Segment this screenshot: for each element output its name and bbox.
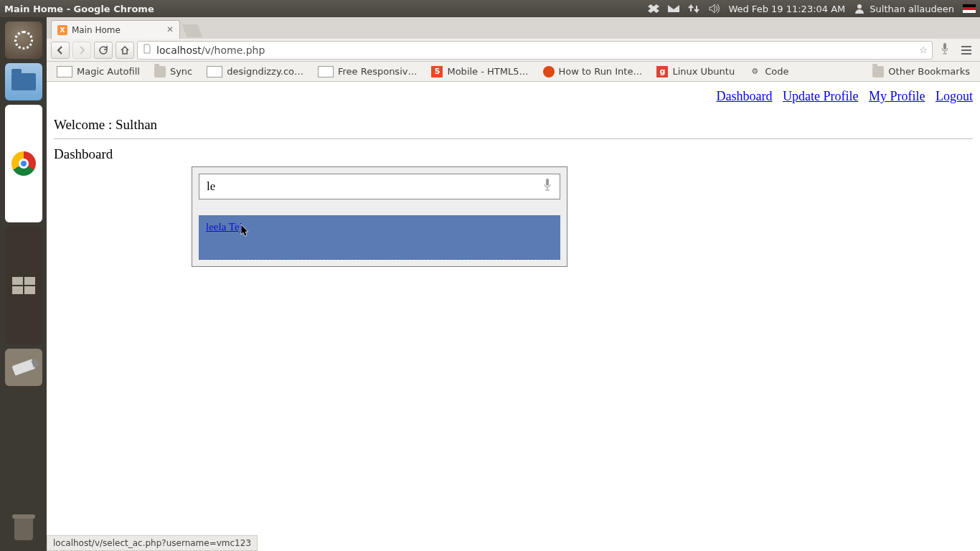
usb-device[interactable] [5,349,42,386]
workspace-switcher[interactable] [5,227,42,344]
back-button[interactable] [51,42,70,59]
folder-icon [872,66,884,77]
address-bar[interactable]: localhost/v/home.php ☆ [137,41,933,60]
network-icon[interactable] [688,3,699,14]
workspace-icon [12,277,35,294]
dropbox-icon[interactable] [648,3,659,14]
bookmark-designdizzy[interactable]: designdizzy.co… [201,64,309,80]
site-info-icon[interactable] [142,44,152,56]
browser-window: X Main Home ✕ localhost/v/home.php ☆ Mag… [47,17,980,551]
keyboard-layout-icon[interactable] [963,4,976,13]
nav-my-profile[interactable]: My Profile [869,89,925,103]
folder-icon [154,66,166,77]
ubuntu-icon [543,66,555,77]
folder-icon [11,73,36,90]
clock[interactable]: Wed Feb 19 11:23:04 AM [728,4,845,14]
section-title: Dashboard [54,146,973,162]
reload-button[interactable] [94,42,113,59]
forward-button[interactable] [72,42,91,59]
other-bookmarks[interactable]: Other Bookmarks [867,64,976,80]
page-icon [207,66,222,77]
bookmark-how-to-run[interactable]: How to Run Inte… [537,64,649,80]
page-nav: Dashboard Update Profile My Profile Logo… [54,89,973,104]
system-top-bar: Main Home - Google Chrome Wed Feb 19 11:… [0,0,980,17]
volume-icon[interactable] [708,3,720,14]
bookmark-mobile-html5[interactable]: 5Mobile - HTML5… [425,64,534,80]
bookmark-magic-autofill[interactable]: Magic Autofill [51,64,146,80]
tab-close-button[interactable]: ✕ [165,24,175,34]
chrome-icon [11,151,36,176]
bookmark-sync[interactable]: Sync [149,64,198,80]
svg-rect-1 [943,43,946,50]
page-icon [57,66,72,77]
search-panel: leela Tej [192,166,567,267]
user-name: Sulthan allaudeen [870,4,954,14]
bookmarks-bar: Magic Autofill Sync designdizzy.co… Free… [47,62,980,82]
page-icon [318,66,334,77]
page-content: Dashboard Update Profile My Profile Logo… [47,82,980,551]
mail-icon[interactable] [668,3,679,14]
search-box[interactable] [199,174,560,199]
ubuntu-icon [14,31,33,50]
browser-tab[interactable]: X Main Home ✕ [51,20,180,39]
unity-launcher [0,17,47,551]
bookmark-code[interactable]: ⚙Code [743,64,794,80]
voice-search-icon[interactable] [936,42,954,57]
autocomplete-results: leela Tej [199,215,560,260]
mic-icon[interactable] [542,178,552,195]
bookmark-free-responsive[interactable]: Free Responsiv… [312,64,423,80]
gear-icon: ⚙ [749,66,760,77]
trash-icon [14,519,33,540]
favicon-icon: X [57,25,67,35]
user-icon [854,3,865,14]
chrome-menu-button[interactable] [957,45,976,55]
autocomplete-item[interactable]: leela Tej [206,221,242,232]
status-bar: localhost/v/select_ac.php?username=vmc12… [47,535,258,551]
user-menu[interactable]: Sulthan allaudeen [854,3,954,14]
svg-rect-2 [546,179,549,186]
status-text: localhost/v/select_ac.php?username=vmc12… [53,538,251,548]
window-title: Main Home - Google Chrome [4,4,154,14]
url-text: localhost/v/home.php [156,44,915,56]
bookmark-linux-ubuntu[interactable]: gLinux Ubuntu [651,64,740,80]
divider [54,138,973,139]
html5-icon: 5 [431,66,443,77]
files-launcher[interactable] [5,63,42,100]
chrome-launcher[interactable] [5,105,42,222]
tab-strip: X Main Home ✕ [47,17,980,39]
svg-point-0 [857,4,862,9]
search-input[interactable] [207,179,542,194]
tab-title: Main Home [72,25,121,35]
nav-update-profile[interactable]: Update Profile [783,89,858,103]
welcome-text: Welcome : Sulthan [54,117,973,133]
new-tab-button[interactable] [182,24,203,37]
dash-button[interactable] [5,22,42,59]
browser-toolbar: localhost/v/home.php ☆ [47,39,980,62]
usb-icon [11,359,35,375]
nav-dashboard[interactable]: Dashboard [717,89,773,103]
home-button[interactable] [116,42,134,59]
bookmark-star-icon[interactable]: ☆ [919,44,928,55]
gplus-icon: g [656,66,668,77]
nav-logout[interactable]: Logout [936,89,973,103]
trash[interactable] [6,512,41,547]
